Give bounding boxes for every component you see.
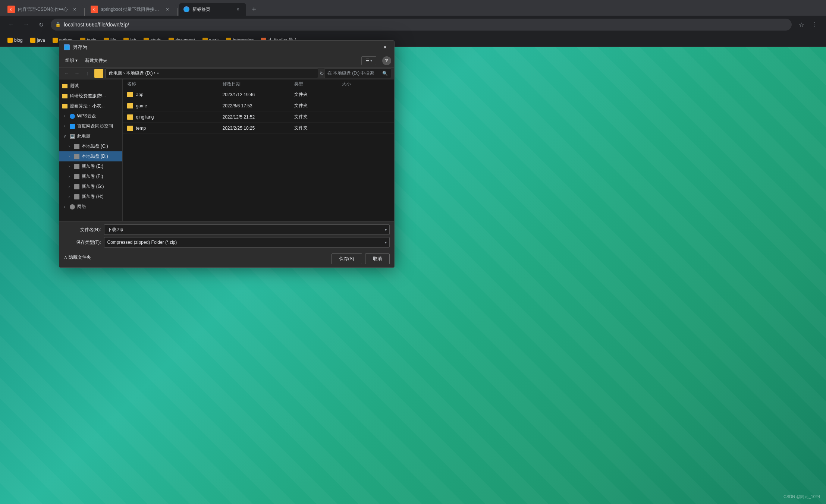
bookmark-python-icon [53, 38, 58, 43]
menu-button[interactable]: ⋮ [810, 19, 820, 30]
browser-actions: ☆ ⋮ [796, 19, 820, 30]
help-button[interactable]: ? [382, 56, 391, 65]
path-refresh-btn: ↻ [320, 70, 323, 77]
save-button[interactable]: 保存(S) [332, 253, 362, 264]
filename-value: 下载.zip [107, 227, 123, 233]
file-row-app[interactable]: app 2023/1/12 19:46 文件夹 [123, 89, 394, 100]
sidebar-item-fdrive[interactable]: › 新加卷 (F:) [59, 171, 122, 182]
dialog-toolbar: 组织 ▾ 新建文件夹 ☰ ▾ ? [59, 54, 394, 67]
network-icon [70, 204, 75, 210]
file-row-temp[interactable]: temp 2023/2/25 10:25 文件夹 [123, 123, 394, 134]
sidebar-item-hdrive[interactable]: › 新加卷 (H:) [59, 192, 122, 202]
sidebar-item-keyan[interactable]: 科研经费差旅费!... [59, 91, 122, 101]
file-name-game: game [127, 103, 223, 108]
file-list: 名称 修改日期 类型 大小 app 2023/1/12 19:46 文件夹 [123, 79, 394, 221]
tab-2-close[interactable]: × [164, 6, 171, 13]
forward-button[interactable]: → [21, 19, 31, 30]
filetype-input[interactable]: Compressed (zipped) Folder (*.zip) ▾ [104, 237, 390, 248]
tab-3-favicon: 🌐 [183, 6, 189, 12]
cancel-button[interactable]: 取消 [365, 253, 390, 264]
filename-row: 文件名(N): 下载.zip ▾ [64, 224, 390, 235]
buttons-row: 保存(S) 取消 [332, 253, 390, 264]
expand-icon: › [67, 164, 72, 169]
file-row-qingliang[interactable]: qingliang 2022/12/5 21:52 文件夹 [123, 111, 394, 123]
save-dialog-container: 🌐 另存为 × 组织 ▾ 新建文件夹 ☰ ▾ ? ← → ↑ [59, 40, 395, 268]
file-name-temp: temp [127, 126, 223, 131]
folder-icon [127, 126, 133, 131]
sidebar-item-test[interactable]: 测试 [59, 81, 122, 91]
organize-button[interactable]: 组织 ▾ [62, 56, 81, 65]
url-bar[interactable]: 🔒 localhost:6660/file/down/zip/ [51, 19, 792, 31]
col-header-date[interactable]: 修改日期 [223, 81, 294, 87]
sidebar-item-baidu[interactable]: › 百度网盘同步空间 [59, 121, 122, 131]
tab-1[interactable]: C 内容管理-CSDN创作中心 × [3, 3, 83, 16]
filename-input-wrap: 下载.zip ▾ [104, 224, 390, 235]
filename-input[interactable]: 下载.zip ▾ [104, 224, 390, 235]
path-drive-icon [94, 69, 103, 78]
sidebar-item-label: WPS云盘 [77, 113, 96, 119]
pc-icon: 💻 [70, 134, 75, 139]
drive-icon [74, 174, 79, 179]
new-folder-button[interactable]: 新建文件夹 [82, 56, 110, 65]
dialog-title-content: 🌐 另存为 [64, 44, 87, 51]
sidebar-item-network[interactable]: › 网络 [59, 202, 122, 212]
bookmark-blog[interactable]: blog [4, 36, 26, 44]
path-up-button[interactable]: ↑ [83, 69, 92, 78]
expand-icon: ∨ [62, 134, 67, 139]
file-date-app: 2023/1/12 19:46 [223, 92, 294, 97]
sidebar-item-label: 新加卷 (H:) [82, 193, 104, 200]
path-search-box[interactable]: 在 本地磁盘 (D:) 中搜索 🔍 [324, 69, 391, 78]
filetype-value: Compressed (zipped) Folder (*.zip) [107, 240, 177, 245]
tab-3-close[interactable]: × [234, 6, 242, 13]
sidebar-item-manga[interactable]: 漫画算法：小灰... [59, 101, 122, 111]
path-dropdown-icon: ▾ [157, 71, 159, 75]
tab-3[interactable]: 🌐 新标签页 × [179, 3, 246, 16]
sidebar-item-gdrive[interactable]: › 新加卷 (G:) [59, 182, 122, 192]
bookmark-java-label: java [37, 38, 45, 43]
back-button[interactable]: ← [6, 19, 16, 30]
path-forward-button[interactable]: → [73, 69, 82, 78]
bookmark-button[interactable]: ☆ [796, 19, 807, 30]
dialog-title-text: 另存为 [73, 44, 87, 51]
tab-1-close[interactable]: × [71, 6, 78, 13]
sidebar-item-wps[interactable]: › WPS云盘 [59, 111, 122, 121]
sidebar-item-label: 网络 [77, 204, 86, 210]
file-row-game[interactable]: game 2022/8/6 17:53 文件夹 [123, 100, 394, 111]
col-header-size[interactable]: 大小 [342, 81, 390, 87]
sidebar-item-label: 新加卷 (G:) [82, 183, 104, 190]
bookmark-blog-label: blog [14, 38, 23, 43]
bookmark-java[interactable]: java [27, 36, 48, 44]
dialog-sidebar: 测试 科研经费差旅费!... 漫画算法：小灰... › WPS云盘 [59, 79, 123, 221]
reload-button[interactable]: ↻ [36, 19, 46, 30]
folder-icon [62, 104, 67, 108]
filetype-input-wrap: Compressed (zipped) Folder (*.zip) ▾ [104, 237, 390, 248]
sidebar-item-label: 本地磁盘 (D:) [82, 153, 108, 160]
new-tab-button[interactable]: + [248, 3, 260, 16]
folder-icon [62, 94, 67, 98]
path-breadcrumb[interactable]: 此电脑 › 本地磁盘 (D:) › ▾ [106, 69, 318, 78]
tab-2[interactable]: C springboot 批量下载附件接口，... × [86, 3, 176, 16]
expand-icon: › [67, 174, 72, 179]
refresh-icon[interactable]: ↻ [320, 70, 324, 76]
sidebar-item-edrive[interactable]: › 新加卷 (E:) [59, 161, 122, 171]
dialog-close-button[interactable]: × [381, 43, 390, 52]
folder-icon [62, 84, 67, 88]
expand-icon: › [67, 184, 72, 189]
sidebar-item-label: 此电脑 [77, 133, 91, 139]
drive-icon [74, 144, 79, 149]
sidebar-item-label: 新加卷 (F:) [82, 173, 103, 180]
filetype-label: 保存类型(T): [64, 239, 101, 246]
url-text: localhost:6660/file/down/zip/ [64, 22, 787, 28]
sidebar-item-ddrive[interactable]: › 本地磁盘 (D:) [59, 151, 122, 161]
file-date-qingliang: 2022/12/5 21:52 [223, 114, 294, 120]
hide-folders-toggle[interactable]: ∧ 隐藏文件夹 [64, 254, 91, 261]
sidebar-item-label: 百度网盘同步空间 [77, 123, 113, 129]
wps-cloud-icon [70, 114, 75, 119]
col-header-name[interactable]: 名称 [127, 81, 223, 87]
dialog-content: 测试 科研经费差旅费!... 漫画算法：小灰... › WPS云盘 [59, 79, 394, 221]
sidebar-item-thispc[interactable]: ∨ 💻 此电脑 [59, 131, 122, 141]
view-button[interactable]: ☰ ▾ [361, 56, 376, 65]
sidebar-item-cdrive[interactable]: › 本地磁盘 (C:) [59, 141, 122, 151]
path-back-button[interactable]: ← [62, 69, 71, 78]
col-header-type[interactable]: 类型 [294, 81, 342, 87]
